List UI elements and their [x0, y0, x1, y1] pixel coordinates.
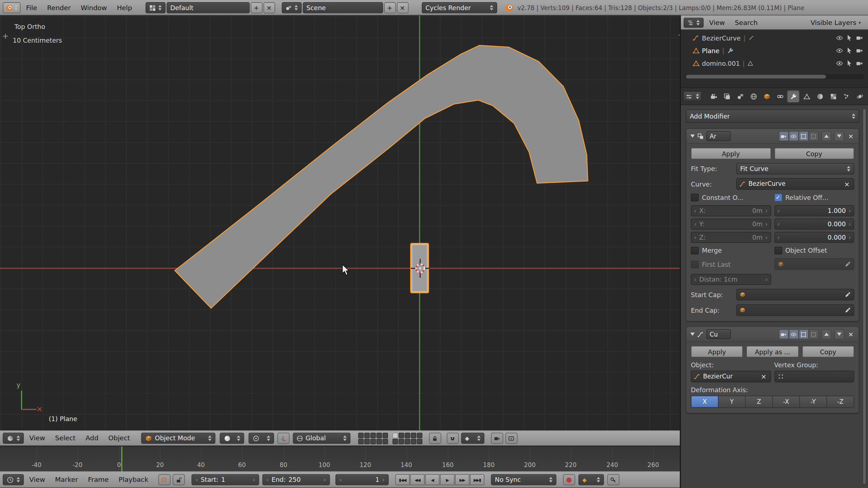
menu-tl-playback[interactable]: Playback	[114, 474, 153, 485]
visibility-eye-icon[interactable]	[836, 34, 843, 42]
move-modifier-up-button[interactable]	[821, 131, 831, 141]
tab-modifiers[interactable]	[787, 90, 800, 102]
outliner-menu-view[interactable]: View	[705, 17, 729, 28]
frame-start-field[interactable]: ‹ Start: 1 ›	[191, 474, 259, 485]
renderable-camera-icon[interactable]	[856, 34, 863, 42]
apply-array-button[interactable]: Apply	[691, 148, 771, 159]
menu-render[interactable]: Render	[43, 2, 75, 13]
screen-layout-browse[interactable]	[145, 2, 165, 13]
render-visibility-toggle[interactable]	[779, 329, 789, 339]
visibility-eye-icon[interactable]	[836, 60, 843, 67]
axis-z-button[interactable]: Z	[746, 396, 773, 407]
modifier-name-field[interactable]: Cu	[706, 329, 731, 339]
copy-array-button[interactable]: Copy	[774, 148, 854, 159]
relative-offset-y-field[interactable]: ‹ 0.000 ›	[774, 219, 854, 230]
outliner-display-mode-select[interactable]: Visible Layers ▾	[806, 17, 865, 28]
move-modifier-up-button[interactable]	[821, 329, 831, 339]
render-opengl-button[interactable]	[491, 433, 503, 444]
collapse-icon[interactable]	[690, 134, 695, 138]
region-expand-right-icon[interactable]: +	[677, 31, 680, 39]
cage-toggle[interactable]	[809, 131, 819, 141]
constant-offset-z-field[interactable]: ‹ Z: 0m ›	[691, 232, 771, 243]
visibility-eye-icon[interactable]	[836, 47, 843, 54]
transform-orientation-select[interactable]: Global	[293, 433, 350, 444]
end-cap-field[interactable]	[736, 304, 854, 316]
properties-scrollbar[interactable]	[863, 108, 867, 485]
menu-tl-frame[interactable]: Frame	[84, 474, 113, 485]
relative-offset-z-field[interactable]: ‹ 0.000 ›	[774, 232, 854, 243]
menu-view[interactable]: View	[25, 433, 50, 444]
layers-block-2[interactable]	[392, 432, 422, 444]
eyedropper-icon[interactable]	[845, 261, 851, 267]
menu-select[interactable]: Select	[51, 433, 80, 444]
object-name[interactable]: BezierCurve	[702, 34, 741, 42]
apply-as-button[interactable]: Apply as ...	[746, 346, 799, 358]
fit-type-select[interactable]: Fit Curve	[736, 163, 854, 175]
tab-object[interactable]	[761, 90, 773, 102]
start-cap-field[interactable]	[736, 289, 854, 300]
scrollbar-handle[interactable]	[863, 109, 866, 484]
renderable-camera-icon[interactable]	[856, 60, 863, 67]
array-modifier-header[interactable]: Ar	[686, 129, 859, 144]
array-curve-mesh[interactable]	[0, 16, 680, 431]
axis-neg-z-button[interactable]: -Z	[827, 396, 854, 407]
curve-object-field[interactable]: BezierCurve ×	[736, 178, 854, 190]
scrollbar-handle[interactable]	[686, 75, 826, 79]
object-offset-checkbox[interactable]	[774, 247, 782, 254]
menu-help[interactable]: Help	[112, 2, 136, 13]
object-name[interactable]: domino.001	[702, 60, 740, 67]
render-visibility-toggle[interactable]	[779, 131, 789, 141]
constant-offset-checkbox[interactable]	[691, 194, 698, 201]
clear-curve-button[interactable]: ×	[843, 180, 851, 188]
render-opengl-anim-button[interactable]	[505, 433, 518, 444]
move-modifier-down-button[interactable]	[834, 329, 844, 339]
tab-scene[interactable]	[734, 90, 746, 102]
selectable-cursor-icon[interactable]	[846, 34, 853, 42]
tab-object-data[interactable]	[800, 90, 813, 102]
add-scene-button[interactable]: +	[384, 2, 396, 13]
tab-texture[interactable]	[827, 90, 839, 102]
render-engine-select[interactable]: Cycles Render	[422, 2, 497, 13]
add-screen-layout-button[interactable]: +	[251, 2, 262, 13]
manipulator-toggle[interactable]	[277, 433, 290, 444]
vertex-group-field[interactable]	[774, 371, 854, 382]
jump-to-start-button[interactable]: ▮◀◀	[395, 474, 410, 485]
editor-type-select-outliner[interactable]	[684, 18, 703, 28]
apply-curve-button[interactable]: Apply	[691, 346, 743, 358]
play-button[interactable]: ▶	[440, 474, 455, 485]
curve-modifier-header[interactable]: Cu	[686, 327, 859, 342]
menu-add[interactable]: Add	[81, 433, 103, 444]
tab-render-layers[interactable]	[721, 90, 733, 102]
scene-browse[interactable]	[281, 2, 301, 13]
menu-tl-marker[interactable]: Marker	[51, 474, 82, 485]
axis-neg-x-button[interactable]: -X	[773, 396, 800, 407]
first-last-checkbox[interactable]	[691, 260, 698, 268]
play-reverse-button[interactable]: ◀	[425, 474, 439, 485]
menu-window[interactable]: Window	[76, 2, 111, 13]
snap-element-select[interactable]: ◆	[461, 433, 484, 444]
current-frame-field[interactable]: ‹ 1 ›	[335, 474, 388, 485]
frame-end-field[interactable]: ‹ End: 250 ›	[262, 474, 330, 485]
prev-keyframe-button[interactable]: ◀◀	[410, 474, 425, 485]
cage-toggle[interactable]	[809, 329, 819, 339]
delete-modifier-button[interactable]: ×	[847, 330, 855, 338]
editor-type-select-3dview[interactable]	[3, 433, 24, 444]
collapse-icon[interactable]	[690, 333, 695, 336]
viewport-shading-select[interactable]	[220, 433, 244, 444]
menu-object[interactable]: Object	[104, 433, 134, 444]
copy-curve-button[interactable]: Copy	[802, 346, 854, 358]
current-frame-playhead[interactable]	[121, 446, 122, 471]
relative-offset-checkbox[interactable]: ✓	[774, 194, 782, 201]
eyedropper-icon[interactable]	[845, 307, 851, 313]
editmode-visibility-toggle[interactable]	[799, 329, 809, 339]
axis-x-button[interactable]: X	[692, 396, 719, 407]
outliner-row-domino001[interactable]: domino.001 |	[681, 57, 868, 70]
viewport-visibility-toggle[interactable]	[789, 131, 799, 141]
region-expand-left-icon[interactable]: +	[2, 32, 9, 40]
timeline-ruler[interactable]: -40 -20 0 20 40 60 80 100 120 140 160 18…	[0, 446, 680, 471]
scene-name-field[interactable]: Scene	[303, 2, 383, 13]
jump-to-end-button[interactable]: ▶▶▮	[470, 474, 484, 485]
outliner-horizontal-scrollbar[interactable]	[685, 74, 864, 79]
renderable-camera-icon[interactable]	[856, 47, 863, 54]
add-modifier-button[interactable]: Add Modifier	[686, 110, 859, 123]
